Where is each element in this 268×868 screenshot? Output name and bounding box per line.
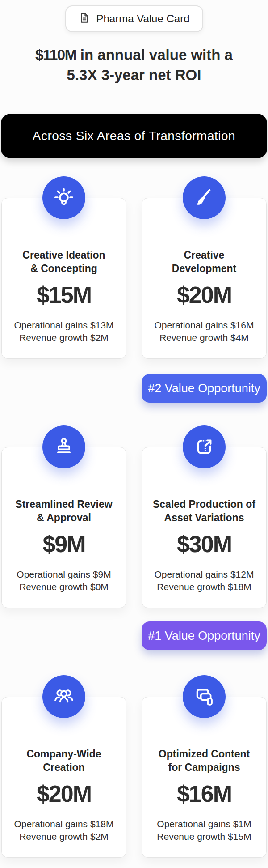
operational-gains: Operational gains $18M bbox=[2, 818, 126, 830]
document-icon bbox=[79, 12, 90, 26]
transformation-banner: Across Six Areas of Transformation bbox=[1, 114, 267, 158]
headline-line-2: 5.3X 3-year net ROI bbox=[0, 65, 268, 85]
operational-gains: Operational gains $12M bbox=[142, 568, 266, 581]
icon-circle bbox=[42, 425, 85, 468]
card-value: $30M bbox=[142, 531, 266, 557]
value-opportunity-badge-1: #1 Value Opportunity bbox=[142, 621, 267, 650]
card-optimized-content: Optimized Content for Campaigns $16M Ope… bbox=[142, 697, 267, 858]
card-scaled-production: Scaled Production of Asset Variations $3… bbox=[142, 447, 267, 608]
operational-gains: Operational gains $9M bbox=[2, 568, 126, 581]
revenue-growth: Revenue growth $2M bbox=[2, 332, 126, 344]
icon-circle bbox=[42, 176, 85, 219]
icon-circle bbox=[42, 675, 85, 718]
cards-row-2: Streamlined Review & Approval $9M Operat… bbox=[0, 447, 268, 608]
icon-circle bbox=[183, 675, 226, 718]
scale-export-icon bbox=[193, 435, 216, 459]
card-company-wide-creation: Company-Wide Creation $20M Operational g… bbox=[1, 697, 126, 858]
card-details: Operational gains $12M Revenue growth $1… bbox=[142, 568, 266, 593]
card-value: $16M bbox=[142, 780, 266, 807]
revenue-growth: Revenue growth $2M bbox=[2, 830, 126, 843]
card-details: Operational gains $16M Revenue growth $4… bbox=[142, 319, 266, 344]
card-value: $15M bbox=[2, 281, 126, 308]
value-opportunity-badge-2: #2 Value Opportunity bbox=[142, 374, 267, 403]
operational-gains: Operational gains $16M bbox=[142, 319, 266, 332]
card-creative-ideation: Creative Ideation & Concepting $15M Oper… bbox=[1, 198, 126, 359]
badge-row-2: #1 Value Opportunity bbox=[0, 621, 268, 650]
operational-gains: Operational gains $1M bbox=[142, 818, 266, 830]
headline-highlight: $110M bbox=[35, 47, 76, 63]
revenue-growth: Revenue growth $18M bbox=[142, 581, 266, 593]
revenue-growth: Revenue growth $0M bbox=[2, 581, 126, 593]
card-streamlined-review: Streamlined Review & Approval $9M Operat… bbox=[1, 447, 126, 608]
card-creative-development: Creative Development $20M Operational ga… bbox=[142, 198, 267, 359]
card-value: $20M bbox=[142, 281, 266, 308]
card-details: Operational gains $1M Revenue growth $15… bbox=[142, 818, 266, 843]
icon-circle bbox=[183, 425, 226, 468]
cards-row-3: Company-Wide Creation $20M Operational g… bbox=[0, 697, 268, 858]
revenue-growth: Revenue growth $15M bbox=[142, 830, 266, 843]
pharma-value-card-pill: Pharma Value Card bbox=[65, 5, 203, 32]
people-group-icon bbox=[52, 685, 75, 708]
badge-row-1: #2 Value Opportunity bbox=[0, 374, 268, 403]
icon-circle bbox=[183, 176, 226, 219]
card-value: $9M bbox=[2, 531, 126, 557]
operational-gains: Operational gains $13M bbox=[2, 319, 126, 332]
headline: $110M in annual value with a 5.3X 3-year… bbox=[0, 45, 268, 85]
approval-stamp-icon bbox=[52, 435, 75, 459]
card-details: Operational gains $13M Revenue growth $2… bbox=[2, 319, 126, 344]
cards-row-1: Creative Ideation & Concepting $15M Oper… bbox=[0, 198, 268, 359]
card-details: Operational gains $9M Revenue growth $0M bbox=[2, 568, 126, 593]
pill-label: Pharma Value Card bbox=[96, 13, 190, 25]
revenue-growth: Revenue growth $4M bbox=[142, 332, 266, 344]
headline-rest: in annual value with a bbox=[76, 47, 233, 63]
lightbulb-idea-icon bbox=[52, 186, 75, 209]
paintbrush-icon bbox=[193, 186, 216, 209]
pharma-value-card-page: Pharma Value Card $110M in annual value … bbox=[0, 0, 268, 868]
card-value: $20M bbox=[2, 780, 126, 807]
content-stack-icon bbox=[193, 685, 216, 708]
headline-line-1: $110M in annual value with a bbox=[0, 45, 268, 65]
card-details: Operational gains $18M Revenue growth $2… bbox=[2, 818, 126, 843]
